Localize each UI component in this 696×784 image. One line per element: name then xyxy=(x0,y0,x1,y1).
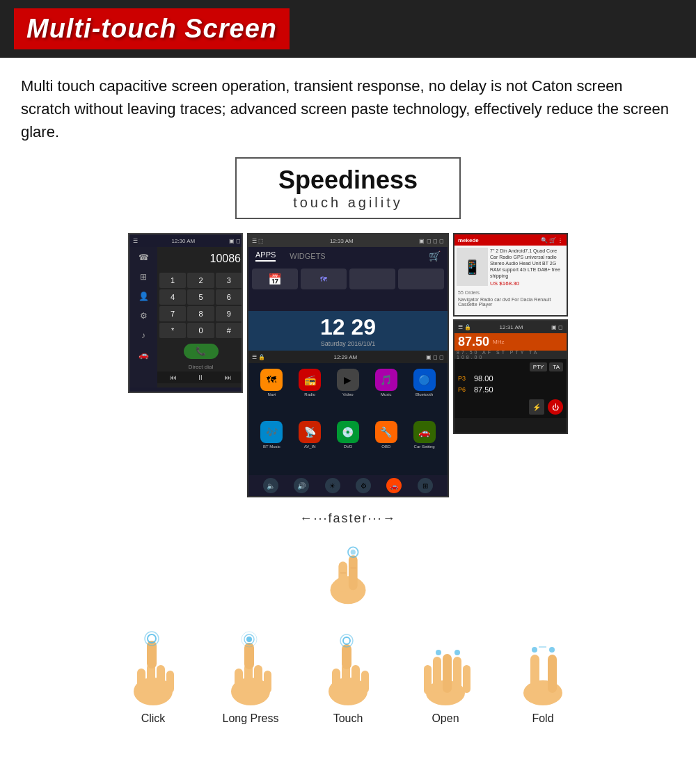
widgets-tab[interactable]: WIDGETS xyxy=(290,252,325,260)
svg-rect-11 xyxy=(166,671,174,693)
shop-brand: mekede xyxy=(458,237,479,243)
dial-btn-star[interactable]: * xyxy=(159,323,186,338)
dial-btn-7[interactable]: 7 xyxy=(159,306,186,321)
shop-icons: 🔍 🛒 ⋮ xyxy=(541,237,563,243)
shop-screen: mekede 🔍 🛒 ⋮ 📱 7" 2 Din Android7.1 Quad … xyxy=(453,233,568,317)
product-title: 7" 2 Din Android7.1 Quad Core Car Radio … xyxy=(490,248,564,279)
app-radio[interactable]: 📻 Radio xyxy=(292,369,328,418)
fold-label: Fold xyxy=(532,712,553,725)
widget-app-area: ☰ ⬚ 12:33 AM ▣ ◻ ◻ ◻ APPS WIDGETS 🛒 📅 🗺 xyxy=(248,234,448,311)
direct-dial-label: Direct dial xyxy=(157,362,243,371)
apps-widgets-tabs: APPS WIDGETS 🛒 xyxy=(248,247,448,265)
radio-freq-display: 87.50 xyxy=(458,335,489,349)
svg-point-43 xyxy=(532,647,537,653)
main-touch-icon xyxy=(317,536,379,606)
radio-screen-right: ☰ 🔒 12:31 AM ▣ ◻ 87.50 MHz 87.50 AF ST P… xyxy=(453,319,568,434)
faster-arrow: ←···faster···→ xyxy=(299,511,396,526)
app-av-in[interactable]: 📡 AV_IN xyxy=(292,421,328,470)
sidebar-grid-icon: ⊞ xyxy=(136,270,150,284)
widget-status-left: ☰ ⬚ xyxy=(252,238,264,244)
header-title: Multi-touch Screen xyxy=(26,14,277,43)
app-car-setting[interactable]: 🚗 Car Setting xyxy=(406,421,442,470)
main-app-grid: 🗺 Navi 📻 Radio ▶ Video 🎵 Music 🔵 Bluetoo… xyxy=(248,363,448,475)
radio-presets-area: PTY TA P3 98.00 P6 87.50 ⚡ ⏻ xyxy=(454,359,567,418)
fold-hand-svg xyxy=(512,630,574,707)
long-press-icon xyxy=(212,630,289,707)
phone-dialer: ☰ 12:30 AM ▣ ◻ ☎ ⊞ 👤 ⚙ ♪ 🚗 10086 1 2 xyxy=(129,234,243,387)
radio-freq-bar: 87.50 MHz xyxy=(454,333,567,351)
apps-icon[interactable]: ⊞ xyxy=(418,478,433,493)
click-hand-svg xyxy=(122,630,184,707)
app-status-left: ☰ 🔒 xyxy=(252,354,265,360)
app-music[interactable]: 🎵 Music xyxy=(368,369,404,418)
eq-icon[interactable]: ⚡ xyxy=(529,399,544,415)
dial-grid: 1 2 3 4 5 6 7 8 9 * 0 # xyxy=(157,271,243,340)
dial-btn-0[interactable]: 0 xyxy=(187,323,214,338)
app-status-time: 12:29 AM xyxy=(333,354,357,360)
dial-btn-4[interactable]: 4 xyxy=(159,289,186,305)
volume-down-icon[interactable]: 🔈 xyxy=(263,478,278,493)
speediness-subtitle: touch agility xyxy=(278,195,418,211)
sidebar-car-icon: 🚗 xyxy=(136,348,150,362)
main-clock: 12 29 xyxy=(320,314,376,340)
phone-status-bar: ☰ 12:30 AM ▣ ◻ xyxy=(129,234,243,247)
maps-app[interactable]: 🗺 xyxy=(301,269,347,289)
call-button[interactable]: 📞 xyxy=(184,344,219,359)
dial-btn-8[interactable]: 8 xyxy=(187,306,214,321)
dial-btn-hash[interactable]: # xyxy=(216,323,242,338)
phone-main-area: 10086 1 2 3 4 5 6 7 8 9 * 0 # xyxy=(157,247,243,387)
shop-content: 📱 7" 2 Din Android7.1 Quad Core Car Radi… xyxy=(454,246,567,289)
store-icon[interactable]: 🛒 xyxy=(429,250,441,262)
widget-status-bar: ☰ ⬚ 12:33 AM ▣ ◻ ◻ ◻ xyxy=(248,234,448,247)
dial-btn-6[interactable]: 6 xyxy=(216,289,242,305)
svg-point-39 xyxy=(454,650,460,655)
preset-p3-label: P3 xyxy=(458,375,470,382)
dial-btn-2[interactable]: 2 xyxy=(187,273,214,288)
main-bottom-bar: 🔈 🔊 ☀ ⚙ 🚗 ⊞ xyxy=(248,475,448,496)
preset-p3-row: P3 98.00 xyxy=(458,374,563,383)
widget-status-right: ▣ ◻ ◻ ◻ xyxy=(419,238,444,244)
app-obd[interactable]: 🔧 OBD xyxy=(368,421,404,470)
svg-point-44 xyxy=(549,647,555,653)
dial-btn-5[interactable]: 5 xyxy=(187,289,214,305)
dial-btn-1[interactable]: 1 xyxy=(159,273,186,288)
preset-p3-freq: 98.00 xyxy=(474,374,493,383)
radio-status-bar: ☰ 🔒 12:31 AM ▣ ◻ xyxy=(454,321,567,333)
svg-rect-35 xyxy=(443,654,452,693)
app-bluetooth[interactable]: 🔵 Bluetooth xyxy=(406,369,442,418)
app-list-grid: 📅 🗺 xyxy=(248,265,448,293)
product-info: 7" 2 Din Android7.1 Quad Core Car Radio … xyxy=(490,248,564,287)
main-date: Saturday 2016/10/1 xyxy=(321,340,376,347)
dial-btn-9[interactable]: 9 xyxy=(216,306,242,321)
hand-click: Click xyxy=(115,630,191,725)
app-status-bar: ☰ 🔒 12:29 AM ▣ ◻ ◻ xyxy=(248,351,448,363)
car-mode-icon[interactable]: 🚗 xyxy=(386,478,402,493)
svg-rect-1 xyxy=(338,561,347,592)
app-dvd[interactable]: 💿 DVD xyxy=(331,421,366,470)
ta-btn[interactable]: TA xyxy=(549,362,563,371)
open-hand-svg xyxy=(414,630,477,707)
bottom-nav-next[interactable]: ⏭ xyxy=(225,374,232,381)
app-bt-music[interactable]: 🎶 BT Music xyxy=(254,421,290,470)
center-screen: ☰ ⬚ 12:33 AM ▣ ◻ ◻ ◻ APPS WIDGETS 🛒 📅 🗺 … xyxy=(247,233,449,497)
app-status-right: ▣ ◻ ◻ xyxy=(426,354,444,360)
svg-rect-19 xyxy=(264,671,271,693)
volume-up-icon[interactable]: 🔊 xyxy=(294,478,309,493)
settings-icon[interactable]: ⚙ xyxy=(356,478,371,493)
touch-hand-svg xyxy=(317,630,379,707)
bottom-nav-prev[interactable]: ⏮ xyxy=(170,374,177,381)
brightness-icon[interactable]: ☀ xyxy=(325,478,340,493)
svg-rect-25 xyxy=(332,669,340,693)
power-icon[interactable]: ⏻ xyxy=(548,399,563,415)
right-screens: mekede 🔍 🛒 ⋮ 📱 7" 2 Din Android7.1 Quad … xyxy=(453,233,568,434)
bottom-nav-play[interactable]: ⏸ xyxy=(197,374,204,381)
dial-btn-3[interactable]: 3 xyxy=(216,273,242,288)
app-video[interactable]: ▶ Video xyxy=(331,369,366,418)
app-navi[interactable]: 🗺 Navi xyxy=(254,369,290,418)
sidebar-music-icon: ♪ xyxy=(136,328,150,342)
prd-btn[interactable]: PTY xyxy=(530,362,548,371)
calendar-app[interactable]: 📅 xyxy=(252,269,298,289)
speediness-section: Speediness touch agility xyxy=(0,150,696,219)
apps-tab[interactable]: APPS xyxy=(255,250,276,262)
app4 xyxy=(398,269,444,289)
